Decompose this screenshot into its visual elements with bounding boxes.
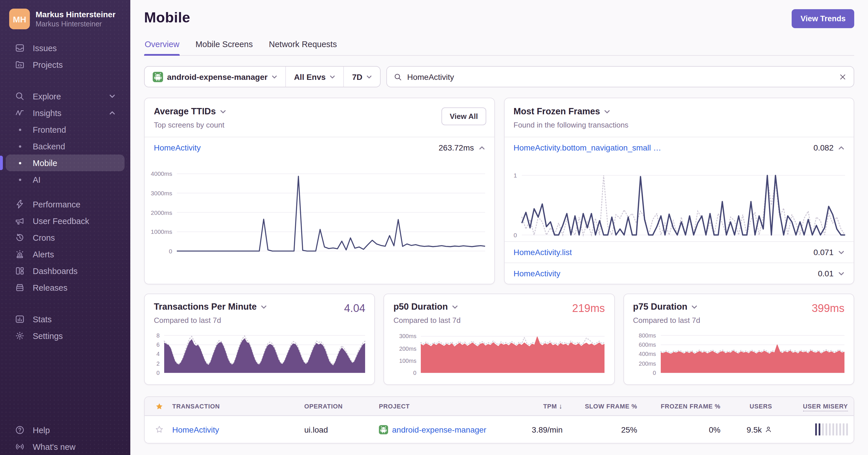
project-link[interactable]: android-expense-manager <box>392 425 486 434</box>
sidebar-item-stats[interactable]: Stats <box>6 311 125 328</box>
y-tick-label: 4 <box>156 351 160 357</box>
transaction-link[interactable]: HomeActivity <box>154 143 200 152</box>
column-header-project[interactable]: PROJECT <box>373 403 511 409</box>
sidebar-item-explore[interactable]: Explore <box>6 88 125 105</box>
projects-icon <box>15 60 25 69</box>
project-cell: android-expense-manager <box>373 425 511 434</box>
misery-bar-empty <box>829 423 831 435</box>
misery-bar-empty <box>842 423 844 435</box>
frozen-transaction-row: HomeActivity.bottom_navigation_small … 0… <box>504 137 854 158</box>
transaction-link[interactable]: HomeActivity <box>514 269 560 278</box>
user-icon <box>765 426 772 433</box>
sidebar-item-mobile[interactable]: Mobile <box>6 154 125 171</box>
y-tick-label: 2 <box>156 360 160 367</box>
slow-frame-cell: 25% <box>568 425 643 434</box>
active-indicator <box>0 156 3 170</box>
y-tick-label: 1 <box>514 172 517 179</box>
chevron-down-icon <box>109 93 115 99</box>
tpm-value: 4.04 <box>344 302 365 315</box>
project-selector-label: android-expense-manager <box>167 72 268 81</box>
frozen-transaction-row: HomeActivity 0.01 <box>504 262 854 284</box>
sidebar-item-label: Insights <box>33 108 61 117</box>
sidebar-item-whats-new[interactable]: What's new <box>6 438 125 455</box>
most-frozen-frames-card: Most Frozen Frames Found in the followin… <box>504 98 854 284</box>
card-title-text: p50 Duration <box>394 302 448 312</box>
app-window: MH Markus Hintersteiner Markus Hinterste… <box>0 0 868 455</box>
most-frozen-frames-title[interactable]: Most Frozen Frames <box>514 106 844 117</box>
expand-chevron-icon[interactable] <box>838 270 844 277</box>
bullet-icon <box>15 129 25 131</box>
view-all-button[interactable]: View All <box>442 108 486 125</box>
sidebar-item-backend[interactable]: Backend <box>6 138 125 154</box>
frozen-rate-value: 0.071 <box>813 248 834 257</box>
column-header-users[interactable]: USERS <box>726 403 778 409</box>
nav-spacer <box>0 188 130 196</box>
tab-overview[interactable]: Overview <box>144 40 180 55</box>
column-header-transaction[interactable]: TRANSACTION <box>166 403 299 409</box>
avatar[interactable]: MH <box>9 9 30 29</box>
view-trends-button[interactable]: View Trends <box>792 9 854 28</box>
column-header-frozen-frame[interactable]: FROZEN FRAME % <box>643 403 726 409</box>
user-misery-cell <box>778 423 854 435</box>
bar-chart-icon <box>15 314 25 324</box>
expand-chevron-icon[interactable] <box>838 249 844 255</box>
clear-search-icon[interactable] <box>839 73 847 81</box>
sidebar-item-releases[interactable]: Releases <box>6 279 125 296</box>
transaction-cell: HomeActivity <box>166 425 299 434</box>
card-title-text: Average TTIDs <box>154 106 216 117</box>
sidebar-item-label: Performance <box>33 200 81 209</box>
sidebar-item-issues[interactable]: Issues <box>6 40 125 56</box>
star-outline-icon[interactable] <box>155 425 163 434</box>
y-tick-label: 8 <box>156 332 160 339</box>
sidebar-item-settings[interactable]: Settings <box>6 328 125 344</box>
y-tick-label: 0 <box>514 231 517 238</box>
search-input[interactable] <box>407 72 834 81</box>
layout-icon <box>15 266 25 276</box>
collapse-chevron-icon[interactable] <box>478 144 485 151</box>
frozen-rate-value: 0.01 <box>818 269 834 278</box>
page-filters: android-expense-manager All Envs 7D <box>144 66 381 87</box>
sidebar-item-help[interactable]: Help <box>6 422 125 438</box>
sidebar-item-label: Releases <box>33 283 67 292</box>
tpm-title[interactable]: Transactions Per Minute <box>154 302 365 312</box>
column-header-user-misery[interactable]: USER MISERY <box>778 403 854 409</box>
tab-bar: Overview Mobile Screens Network Requests <box>144 40 854 56</box>
tab-mobile-screens[interactable]: Mobile Screens <box>195 40 253 55</box>
transaction-link[interactable]: HomeActivity.list <box>514 248 572 257</box>
card-title-text: p75 Duration <box>633 302 687 312</box>
sidebar-item-crons[interactable]: Crons <box>6 229 125 246</box>
project-selector[interactable]: android-expense-manager <box>145 67 285 87</box>
sidebar-item-frontend[interactable]: Frontend <box>6 121 125 138</box>
sidebar-nav: Issues Projects Explore Insights Fronten… <box>0 36 130 344</box>
card-title-text: Transactions Per Minute <box>154 302 257 312</box>
card-subtitle: Found in the following transactions <box>514 121 844 129</box>
sidebar-item-label: Mobile <box>33 158 57 168</box>
main-content: Mobile View Trends Overview Mobile Scree… <box>130 0 868 455</box>
transaction-link[interactable]: HomeActivity <box>172 425 219 434</box>
column-header-operation[interactable]: OPERATION <box>299 403 373 409</box>
average-ttids-title[interactable]: Average TTIDs <box>154 106 485 117</box>
sidebar-item-insights[interactable]: Insights <box>6 105 125 121</box>
sidebar-item-performance[interactable]: Performance <box>6 196 125 212</box>
tab-network-requests[interactable]: Network Requests <box>268 40 338 55</box>
transaction-link[interactable]: HomeActivity.bottom_navigation_small … <box>514 143 661 152</box>
collapse-chevron-icon[interactable] <box>838 144 844 151</box>
sidebar-item-alerts[interactable]: Alerts <box>6 246 125 262</box>
environment-selector[interactable]: All Envs <box>285 67 344 87</box>
misery-bar-empty <box>846 423 848 435</box>
date-range-selector[interactable]: 7D <box>344 67 380 87</box>
y-axis-labels: 10 <box>507 171 522 235</box>
frozen-rows-group: HomeActivity.list 0.071 HomeActivity 0.0… <box>504 241 854 284</box>
sidebar-item-dashboards[interactable]: Dashboards <box>6 262 125 279</box>
chevron-up-icon <box>109 110 115 116</box>
column-header-tpm[interactable]: TPM ↓ <box>511 402 568 410</box>
misery-bar-empty <box>825 423 827 435</box>
sidebar-item-user-feedback[interactable]: User Feedback <box>6 212 125 229</box>
org-user-switcher[interactable]: MH Markus Hintersteiner Markus Hinterste… <box>0 0 130 36</box>
sidebar-item-projects[interactable]: Projects <box>6 56 125 73</box>
column-header-slow-frame[interactable]: SLOW FRAME % <box>568 403 643 409</box>
y-tick-label: 6 <box>156 342 160 348</box>
lightning-icon <box>15 199 25 209</box>
insights-icon <box>15 108 25 118</box>
sidebar-item-ai[interactable]: AI <box>6 171 125 188</box>
